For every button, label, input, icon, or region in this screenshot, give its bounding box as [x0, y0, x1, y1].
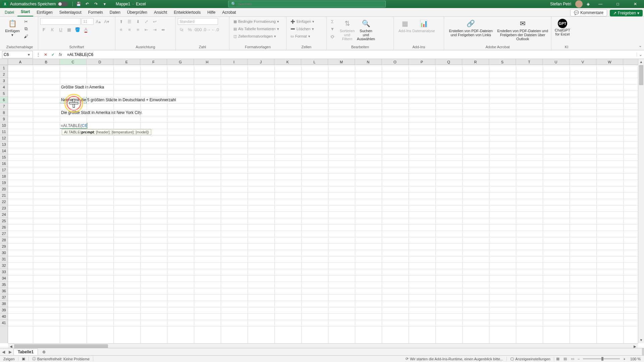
sheet-nav-next[interactable]: ▶ [7, 350, 13, 354]
row-header-1[interactable]: 1 [0, 65, 8, 71]
display-settings-button[interactable]: 🖵 Anzeigeeinstellungen [507, 357, 554, 361]
clear-button[interactable]: ◇ [329, 33, 336, 40]
insert-function-button[interactable]: fx [57, 51, 64, 58]
bold-button[interactable]: F [40, 26, 48, 33]
formula-dropdown-button[interactable]: ⋮ [35, 51, 42, 58]
scroll-up-button[interactable]: ▲ [638, 59, 644, 65]
row-header-27[interactable]: 27 [0, 231, 8, 237]
name-box-input[interactable] [2, 52, 26, 57]
row-header-32[interactable]: 32 [0, 262, 8, 269]
row-header-2[interactable]: 2 [0, 71, 8, 78]
increase-indent-button[interactable]: ⇥ [151, 26, 158, 33]
zoom-level[interactable]: 100 % [627, 357, 644, 361]
column-header-C[interactable]: C [60, 59, 87, 65]
row-header-35[interactable]: 35 [0, 282, 8, 288]
italic-button[interactable]: K [49, 26, 56, 33]
row-header-24[interactable]: 24 [0, 212, 8, 218]
minimize-button[interactable]: — [594, 0, 607, 8]
row-header-18[interactable]: 18 [0, 173, 8, 180]
row-header-11[interactable]: 11 [0, 129, 8, 135]
column-header-R[interactable]: R [462, 59, 489, 65]
search-input[interactable] [238, 2, 383, 6]
column-header-A[interactable]: A [8, 59, 33, 65]
borders-button[interactable]: ▦ [65, 26, 73, 33]
row-header-3[interactable]: 3 [0, 78, 8, 84]
status-accessibility[interactable]: ⓘ Barrierefreiheit: Keine Probleme [29, 356, 94, 361]
qat-customize-icon[interactable]: ▾ [102, 1, 108, 7]
view-page-break-button[interactable]: ▭ [569, 356, 576, 362]
number-format-combo[interactable] [178, 18, 218, 25]
fill-color-button[interactable]: 🪣 [74, 26, 81, 33]
row-header-10[interactable]: 10 [0, 122, 8, 129]
tab-acrobat[interactable]: Acrobat [219, 9, 239, 16]
row-header-28[interactable]: 28 [0, 237, 8, 243]
coming-soon-icon[interactable]: ◈ [587, 2, 590, 6]
decrease-decimal-button[interactable]: ←.0 [211, 26, 219, 33]
font-name-combo[interactable] [40, 18, 80, 25]
row-header-21[interactable]: 21 [0, 192, 8, 199]
sheet-scroll-split[interactable] [642, 348, 644, 355]
column-header-U[interactable]: U [543, 59, 570, 65]
row-header-25[interactable]: 25 [0, 218, 8, 224]
column-header-V[interactable]: V [570, 59, 596, 65]
column-header-M[interactable]: M [328, 59, 355, 65]
align-top-button[interactable]: ⬆ [117, 18, 125, 25]
status-macro[interactable]: ▣ [18, 357, 29, 361]
user-avatar[interactable] [575, 0, 583, 8]
sort-filter-button[interactable]: ⇅ Sortieren und Filtern [338, 18, 356, 42]
zoom-slider[interactable] [583, 358, 620, 359]
row-header-33[interactable]: 33 [0, 269, 8, 275]
row-header-15[interactable]: 15 [0, 154, 8, 161]
zoom-out-button[interactable]: − [576, 357, 581, 361]
formula-input[interactable] [66, 52, 637, 57]
column-header-I[interactable]: I [221, 59, 248, 65]
row-header-8[interactable]: 8 [0, 110, 8, 116]
column-header-O[interactable]: O [382, 59, 409, 65]
view-page-layout-button[interactable]: ▤ [561, 356, 569, 362]
column-header-S[interactable]: S [489, 59, 516, 65]
cell-c6[interactable]: Nenne mir die 5 größten Städte in Deutsc… [60, 97, 177, 103]
decrease-indent-button[interactable]: ⇤ [143, 26, 150, 33]
name-box-dropdown[interactable]: ▾ [26, 52, 32, 57]
column-header-L[interactable]: L [301, 59, 328, 65]
column-header-P[interactable]: P [409, 59, 435, 65]
tab-start[interactable]: Start [17, 8, 33, 16]
row-header-40[interactable]: 40 [0, 313, 8, 320]
row-header-14[interactable]: 14 [0, 148, 8, 154]
row-header-20[interactable]: 20 [0, 186, 8, 192]
ribbon-collapse-button[interactable]: ⌄ [639, 43, 642, 48]
wrap-text-button[interactable]: ↩ [151, 18, 158, 25]
row-header-5[interactable]: 5 [0, 90, 8, 97]
row-header-41[interactable]: 41 [0, 320, 8, 326]
column-header-F[interactable]: F [140, 59, 167, 65]
save-icon[interactable]: 💾 [75, 1, 82, 7]
row-header-31[interactable]: 31 [0, 256, 8, 262]
new-sheet-button[interactable]: ⊕ [40, 350, 48, 354]
paste-button[interactable]: 📋 Einfügen ▾ [3, 18, 21, 38]
view-normal-button[interactable]: ▦ [554, 356, 561, 362]
comments-button[interactable]: 💬 Kommentare [570, 9, 607, 16]
formula-bar-expand-button[interactable]: ⌄ [637, 52, 644, 57]
cell-c8[interactable]: Die größte Stadt in Amerika ist New York… [60, 110, 143, 115]
addins-button[interactable]: ▦ Add-Ins [396, 18, 414, 34]
row-header-4[interactable]: 4 [0, 84, 8, 90]
row-header-19[interactable]: 19 [0, 180, 8, 186]
decrease-font-button[interactable]: A▾ [103, 18, 110, 25]
column-header-G[interactable]: G [167, 59, 194, 65]
row-header-9[interactable]: 9 [0, 116, 8, 122]
align-bottom-button[interactable]: ⬇ [134, 18, 142, 25]
increase-font-button[interactable]: A▴ [95, 18, 102, 25]
row-header-13[interactable]: 13 [0, 141, 8, 148]
column-header-H[interactable]: H [194, 59, 221, 65]
active-edit-cell-c10[interactable]: =AI.TABLE(C6 [60, 122, 87, 129]
redo-icon[interactable]: ↷ [93, 1, 99, 7]
tab-ansicht[interactable]: Ansicht [151, 9, 170, 16]
align-right-button[interactable]: ≡ [134, 26, 142, 33]
comma-format-button[interactable]: 000 [195, 26, 202, 33]
scroll-down-button[interactable]: ▼ [638, 337, 644, 343]
copy-button[interactable]: ⧉ [22, 25, 30, 32]
row-header-38[interactable]: 38 [0, 301, 8, 307]
format-cells-button[interactable]: ▭Format ▾ [288, 33, 312, 40]
row-header-39[interactable]: 39 [0, 307, 8, 313]
zoom-in-button[interactable]: + [622, 357, 627, 361]
